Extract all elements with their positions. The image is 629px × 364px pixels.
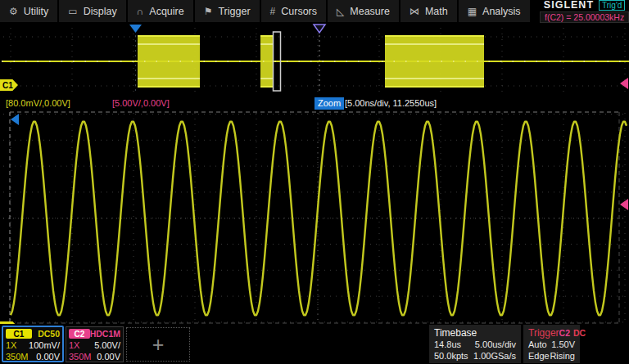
menubar: ⚙ Utility ▭ Display ∩ Acquire ⚑ Trigger … <box>0 0 629 22</box>
flag-icon: ⚑ <box>204 7 213 16</box>
timebase-points: 50.0kpts <box>434 350 468 362</box>
gear-icon: ⚙ <box>9 7 18 16</box>
menu-math-label: Math <box>425 6 448 17</box>
overview-window: C1 <box>0 24 629 96</box>
menu-display-label: Display <box>84 6 117 17</box>
c2-scale: 5.00V/ <box>94 339 120 351</box>
frequency-readout: f(C2) = 25.00003kHz <box>540 11 629 23</box>
menu-analysis-label: Analysis <box>482 6 521 17</box>
menu-trigger-label: Trigger <box>218 6 250 17</box>
display-icon: ▭ <box>68 7 77 16</box>
labels-row: [80.0mV/,0.00V] [5.00V/,0.00V] Zoom [5.0… <box>0 96 629 111</box>
menu-utility[interactable]: ⚙ Utility <box>0 0 57 22</box>
menu-cursors[interactable]: # Cursors <box>261 0 326 22</box>
timebase-scale: 5.00us/div <box>475 339 516 350</box>
add-channel-slot[interactable]: + <box>126 327 190 362</box>
ch1-zoom-scale-label: [80.0mV/,0.00V] <box>6 98 70 108</box>
cursors-icon: # <box>270 7 276 16</box>
trigger-slope: Rising <box>550 350 575 362</box>
oscilloscope-screen: ⚙ Utility ▭ Display ∩ Acquire ⚑ Trigger … <box>0 0 629 364</box>
trigger-title: Trigger <box>528 327 559 339</box>
timebase-samplerate: 1.00GSa/s <box>473 350 516 362</box>
c2-attenuation: 1X <box>69 339 79 351</box>
c2-coupling: DC1M <box>96 329 120 339</box>
menu-cursors-label: Cursors <box>281 6 317 17</box>
channel-2-descriptor[interactable]: C2 H DC1M 1X 5.00V/ 350M 0.00V <box>66 326 124 362</box>
c1-coupling: DC50 <box>38 329 60 339</box>
trigger-type: Edge <box>528 350 550 362</box>
trigger-coupling: DC <box>573 328 586 338</box>
menu-utility-label: Utility <box>24 6 49 17</box>
timebase-delay: 14.8us <box>434 339 461 350</box>
c2-offset: 0.00V <box>97 351 120 362</box>
channel-1-descriptor[interactable]: C1 DC50 1X 100mV/ 350M 0.00V <box>2 326 64 362</box>
menu-acquire[interactable]: ∩ Acquire <box>128 0 193 22</box>
trigger-mode: Auto <box>528 339 547 350</box>
trigger-level: 1.50V <box>551 339 575 350</box>
overview-waveform <box>0 24 629 96</box>
acquire-icon: ∩ <box>137 7 144 16</box>
c1-badge: C1 <box>6 329 32 339</box>
menu-trigger[interactable]: ⚑ Trigger <box>195 0 260 22</box>
c1-attenuation: 1X <box>6 339 16 351</box>
menu-measure[interactable]: ◺ Measure <box>328 0 399 22</box>
menu-display[interactable]: ▭ Display <box>59 0 125 22</box>
zoom-mode-badge[interactable]: Zoom <box>314 97 344 110</box>
c1-scale: 100mV/ <box>29 339 60 351</box>
c1-bandwidth: 350M <box>6 351 29 362</box>
timebase-title: Timebase <box>434 327 477 339</box>
c2-bw-limit: H <box>90 329 97 339</box>
analysis-icon: ▦ <box>468 7 477 16</box>
ch2-zoom-scale-label: [5.00V/,0.00V] <box>112 98 170 108</box>
logo-block: SIGLENT Trig'd f(C2) = 25.00003kHz <box>532 0 629 22</box>
c1-offset: 0.00V <box>36 351 60 362</box>
trigger-descriptor[interactable]: Trigger C2DC Auto 1.50V Edge Rising <box>523 325 580 363</box>
timebase-descriptor[interactable]: Timebase 14.8us 5.00us/div 50.0kpts 1.00… <box>429 325 521 363</box>
menu-acquire-label: Acquire <box>149 6 183 17</box>
math-icon: ⋈ <box>410 7 419 16</box>
c2-bandwidth: 350M <box>69 351 92 362</box>
zoom-timebase-label: [5.00ns/div, 11.2550us] <box>345 98 437 108</box>
trigger-source: C2 <box>559 328 570 338</box>
measure-icon: ◺ <box>337 7 344 16</box>
c2-badge: C2 <box>69 329 90 339</box>
menu-math[interactable]: ⋈ Math <box>400 0 457 22</box>
plus-icon: + <box>152 336 165 353</box>
zoom-waveform <box>0 111 629 324</box>
siglent-logo: SIGLENT <box>544 0 594 10</box>
menu-analysis[interactable]: ▦ Analysis <box>459 0 530 22</box>
bottom-bar: C1 DC50 1X 100mV/ 350M 0.00V C2 H DC1M 1… <box>0 324 629 364</box>
zoom-window: C1 <box>0 111 629 324</box>
menu-measure-label: Measure <box>350 6 390 17</box>
trigger-status-badge: Trig'd <box>599 0 625 11</box>
